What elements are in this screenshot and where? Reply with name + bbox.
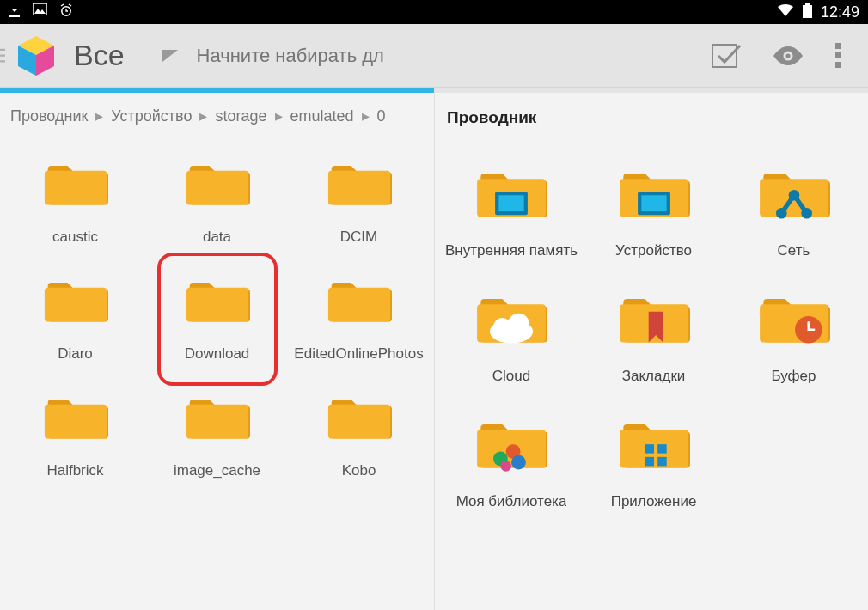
svg-marker-1 bbox=[34, 9, 46, 14]
shortcut-label: Моя библиотека bbox=[456, 493, 567, 510]
status-bar: 12:49 bbox=[0, 0, 868, 24]
shortcut-item[interactable]: Устройство bbox=[586, 143, 721, 263]
shortcut-item[interactable]: Внутренняя память bbox=[442, 143, 581, 263]
folder-item[interactable]: DCIM bbox=[290, 137, 427, 249]
svg-point-31 bbox=[511, 455, 526, 470]
shortcut-item[interactable]: Закладки bbox=[586, 268, 721, 388]
select-mode-icon[interactable] bbox=[712, 44, 741, 68]
folder-item[interactable]: caustic bbox=[7, 137, 144, 249]
folder-label: Halfbrick bbox=[46, 462, 103, 479]
shortcut-label: Закладки bbox=[622, 368, 686, 385]
shortcut-label: Cloud bbox=[492, 368, 530, 385]
folder-icon bbox=[472, 402, 551, 481]
folder-label: caustic bbox=[52, 229, 98, 246]
svg-rect-36 bbox=[657, 457, 667, 467]
shortcut-label: Буфер bbox=[772, 368, 816, 385]
folder-icon bbox=[324, 380, 394, 450]
download-notif-icon bbox=[9, 3, 21, 21]
folder-icon bbox=[614, 402, 694, 481]
status-clock: 12:49 bbox=[821, 3, 859, 21]
left-panel: Проводник ▸ Устройство ▸ storage ▸ emula… bbox=[0, 93, 434, 610]
folder-icon bbox=[614, 151, 694, 230]
folder-item[interactable]: Download bbox=[149, 254, 285, 366]
folder-icon bbox=[182, 380, 253, 450]
breadcrumb: Проводник ▸ Устройство ▸ storage ▸ emula… bbox=[7, 101, 427, 137]
folder-label: EditedOnlinePhotos bbox=[294, 345, 423, 363]
shortcut-label: Приложение bbox=[611, 493, 697, 510]
right-panel-title: Проводник bbox=[442, 101, 861, 143]
drawer-handle-icon[interactable] bbox=[0, 24, 5, 87]
shortcut-item[interactable]: Буфер bbox=[726, 268, 861, 388]
folder-label: Kobo bbox=[342, 462, 376, 479]
crumb-4[interactable]: 0 bbox=[377, 107, 386, 125]
folder-label: image_cache bbox=[174, 462, 260, 479]
folder-item[interactable]: image_cache bbox=[149, 371, 285, 483]
folder-label: DCIM bbox=[340, 229, 377, 246]
dropdown-arrow-icon[interactable] bbox=[162, 50, 178, 62]
shortcut-item[interactable]: Сеть bbox=[726, 143, 861, 263]
svg-rect-17 bbox=[835, 62, 841, 68]
shortcut-label: Сеть bbox=[778, 242, 810, 259]
svg-rect-3 bbox=[803, 5, 812, 18]
svg-rect-16 bbox=[835, 52, 841, 58]
folder-icon bbox=[182, 146, 253, 217]
svg-rect-6 bbox=[0, 54, 5, 56]
svg-point-27 bbox=[508, 314, 529, 335]
alarm-notif-icon bbox=[59, 3, 73, 21]
svg-point-14 bbox=[785, 53, 790, 58]
folder-icon bbox=[324, 263, 394, 333]
folder-item[interactable]: Halfbrick bbox=[7, 371, 144, 483]
app-logo-icon bbox=[9, 28, 64, 83]
folder-icon bbox=[324, 146, 394, 217]
chevron-right-icon: ▸ bbox=[95, 107, 103, 125]
battery-icon bbox=[803, 3, 812, 21]
svg-rect-19 bbox=[498, 195, 523, 211]
folder-icon bbox=[472, 151, 551, 230]
crumb-0[interactable]: Проводник bbox=[10, 107, 88, 125]
crumb-2[interactable]: storage bbox=[215, 107, 266, 125]
shortcut-label: Внутренняя память bbox=[445, 242, 578, 259]
svg-point-32 bbox=[500, 461, 511, 472]
toolbar: Все bbox=[0, 24, 868, 88]
visibility-icon[interactable] bbox=[773, 46, 803, 65]
folder-label: Download bbox=[185, 345, 250, 363]
folder-icon bbox=[755, 277, 834, 356]
svg-rect-7 bbox=[0, 60, 5, 62]
folder-icon bbox=[614, 277, 694, 356]
svg-marker-11 bbox=[162, 50, 178, 62]
toolbar-title[interactable]: Все bbox=[74, 39, 125, 72]
folder-icon bbox=[40, 146, 111, 217]
shortcut-label: Устройство bbox=[615, 242, 692, 259]
shortcut-item[interactable]: Моя библиотека bbox=[442, 393, 581, 514]
crumb-3[interactable]: emulated bbox=[290, 107, 354, 125]
chevron-right-icon: ▸ bbox=[362, 107, 370, 125]
chevron-right-icon: ▸ bbox=[275, 107, 283, 125]
svg-rect-34 bbox=[657, 444, 667, 454]
svg-rect-21 bbox=[641, 195, 666, 211]
svg-rect-5 bbox=[0, 48, 5, 50]
search-input[interactable] bbox=[197, 45, 696, 67]
folder-item[interactable]: Kobo bbox=[290, 371, 427, 483]
right-panel: Проводник Внутренняя памятьУстройствоСет… bbox=[434, 93, 868, 610]
folder-icon bbox=[755, 151, 834, 230]
folder-item[interactable]: Diaro bbox=[7, 254, 144, 366]
folder-icon bbox=[40, 380, 111, 450]
svg-rect-35 bbox=[645, 457, 654, 467]
image-notif-icon bbox=[33, 3, 47, 21]
overflow-menu-icon[interactable] bbox=[835, 43, 842, 69]
folder-item[interactable]: EditedOnlinePhotos bbox=[290, 254, 427, 366]
folder-icon bbox=[472, 277, 551, 356]
crumb-1[interactable]: Устройство bbox=[111, 107, 192, 125]
folder-label: Diaro bbox=[58, 345, 93, 363]
svg-rect-33 bbox=[645, 444, 654, 454]
folder-item[interactable]: data bbox=[149, 137, 285, 249]
svg-rect-15 bbox=[835, 43, 841, 49]
shortcut-item[interactable]: Cloud bbox=[442, 268, 581, 388]
svg-rect-4 bbox=[805, 3, 810, 5]
wifi-icon bbox=[777, 3, 794, 21]
folder-icon bbox=[40, 263, 111, 333]
chevron-right-icon: ▸ bbox=[199, 107, 207, 125]
folder-label: data bbox=[203, 229, 231, 246]
folder-icon bbox=[182, 263, 253, 333]
shortcut-item[interactable]: Приложение bbox=[586, 393, 721, 514]
